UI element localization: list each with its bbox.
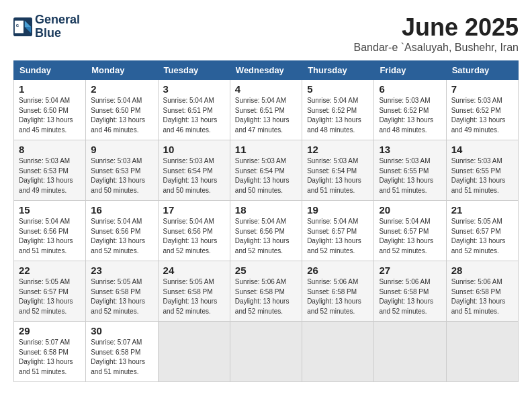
logo: G General Blue xyxy=(13,13,80,40)
calendar-cell: 14Sunrise: 5:03 AMSunset: 6:55 PMDayligh… xyxy=(446,140,518,201)
day-number: 3 xyxy=(163,83,225,95)
day-number: 26 xyxy=(307,265,369,276)
logo-icon: G xyxy=(13,17,32,36)
calendar-cell: 15Sunrise: 5:04 AMSunset: 6:56 PMDayligh… xyxy=(14,201,86,261)
svg-text:G: G xyxy=(16,24,19,28)
day-number: 4 xyxy=(235,83,297,95)
day-info: Sunrise: 5:04 AMSunset: 6:52 PMDaylight:… xyxy=(307,96,369,135)
day-info: Sunrise: 5:03 AMSunset: 6:54 PMDaylight:… xyxy=(307,156,369,195)
day-number: 27 xyxy=(379,265,441,276)
calendar-week-5: 29Sunrise: 5:07 AMSunset: 6:58 PMDayligh… xyxy=(14,322,519,382)
calendar-table: SundayMondayTuesdayWednesdayThursdayFrid… xyxy=(13,60,519,382)
day-number: 30 xyxy=(91,325,152,336)
calendar-cell: 23Sunrise: 5:05 AMSunset: 6:58 PMDayligh… xyxy=(86,261,158,322)
calendar-cell: 29Sunrise: 5:07 AMSunset: 6:58 PMDayligh… xyxy=(14,322,86,382)
calendar-cell: 21Sunrise: 5:05 AMSunset: 6:57 PMDayligh… xyxy=(446,201,518,261)
day-info: Sunrise: 5:03 AMSunset: 6:55 PMDaylight:… xyxy=(451,156,513,195)
calendar-cell: 24Sunrise: 5:05 AMSunset: 6:58 PMDayligh… xyxy=(158,261,230,322)
day-number: 10 xyxy=(163,144,225,155)
day-info: Sunrise: 5:04 AMSunset: 6:57 PMDaylight:… xyxy=(379,217,441,256)
calendar-cell: 11Sunrise: 5:03 AMSunset: 6:54 PMDayligh… xyxy=(230,140,302,201)
logo-text: General Blue xyxy=(35,13,80,40)
day-number: 1 xyxy=(19,83,81,95)
day-info: Sunrise: 5:03 AMSunset: 6:52 PMDaylight:… xyxy=(451,96,513,135)
day-info: Sunrise: 5:06 AMSunset: 6:58 PMDaylight:… xyxy=(307,277,369,316)
day-info: Sunrise: 5:06 AMSunset: 6:58 PMDaylight:… xyxy=(379,277,441,316)
calendar-cell: 7Sunrise: 5:03 AMSunset: 6:52 PMDaylight… xyxy=(446,80,518,140)
day-info: Sunrise: 5:04 AMSunset: 6:51 PMDaylight:… xyxy=(163,96,225,135)
header-friday: Friday xyxy=(374,61,446,80)
title-section: June 2025 Bandar-e `Asaluyah, Bushehr, I… xyxy=(354,13,519,54)
calendar-cell: 13Sunrise: 5:03 AMSunset: 6:55 PMDayligh… xyxy=(374,140,446,201)
day-number: 14 xyxy=(451,144,513,155)
calendar-cell: 5Sunrise: 5:04 AMSunset: 6:52 PMDaylight… xyxy=(302,80,374,140)
calendar-week-1: 1Sunrise: 5:04 AMSunset: 6:50 PMDaylight… xyxy=(14,80,519,140)
calendar-cell: 3Sunrise: 5:04 AMSunset: 6:51 PMDaylight… xyxy=(158,80,230,140)
header-saturday: Saturday xyxy=(446,61,518,80)
day-info: Sunrise: 5:04 AMSunset: 6:57 PMDaylight:… xyxy=(307,217,369,256)
day-info: Sunrise: 5:05 AMSunset: 6:57 PMDaylight:… xyxy=(19,277,81,316)
day-number: 17 xyxy=(163,204,225,216)
calendar-cell: 16Sunrise: 5:04 AMSunset: 6:56 PMDayligh… xyxy=(86,201,158,261)
header-thursday: Thursday xyxy=(302,61,374,80)
calendar-cell: 2Sunrise: 5:04 AMSunset: 6:50 PMDaylight… xyxy=(86,80,158,140)
day-info: Sunrise: 5:03 AMSunset: 6:55 PMDaylight:… xyxy=(379,156,441,195)
page-header: G General Blue June 2025 Bandar-e `Asalu… xyxy=(13,13,519,54)
calendar-cell: 1Sunrise: 5:04 AMSunset: 6:50 PMDaylight… xyxy=(14,80,86,140)
calendar-cell: 22Sunrise: 5:05 AMSunset: 6:57 PMDayligh… xyxy=(14,261,86,322)
day-number: 13 xyxy=(379,144,441,155)
day-info: Sunrise: 5:04 AMSunset: 6:56 PMDaylight:… xyxy=(91,217,152,256)
day-number: 6 xyxy=(379,83,441,95)
day-info: Sunrise: 5:05 AMSunset: 6:57 PMDaylight:… xyxy=(451,217,513,256)
header-wednesday: Wednesday xyxy=(230,61,302,80)
day-info: Sunrise: 5:06 AMSunset: 6:58 PMDaylight:… xyxy=(451,277,513,316)
day-number: 19 xyxy=(307,204,369,216)
calendar-cell xyxy=(446,322,518,382)
day-number: 9 xyxy=(91,144,152,155)
calendar-header-row: SundayMondayTuesdayWednesdayThursdayFrid… xyxy=(14,61,519,80)
calendar-cell: 4Sunrise: 5:04 AMSunset: 6:51 PMDaylight… xyxy=(230,80,302,140)
day-number: 15 xyxy=(19,204,81,216)
calendar-cell xyxy=(158,322,230,382)
calendar-cell xyxy=(302,322,374,382)
day-number: 20 xyxy=(379,204,441,216)
location-subtitle: Bandar-e `Asaluyah, Bushehr, Iran xyxy=(354,42,519,54)
calendar-cell: 18Sunrise: 5:04 AMSunset: 6:56 PMDayligh… xyxy=(230,201,302,261)
day-info: Sunrise: 5:04 AMSunset: 6:56 PMDaylight:… xyxy=(163,217,225,256)
calendar-cell: 30Sunrise: 5:07 AMSunset: 6:58 PMDayligh… xyxy=(86,322,158,382)
day-number: 24 xyxy=(163,265,225,276)
day-info: Sunrise: 5:03 AMSunset: 6:53 PMDaylight:… xyxy=(91,156,152,195)
month-title: June 2025 xyxy=(354,13,519,42)
day-info: Sunrise: 5:03 AMSunset: 6:54 PMDaylight:… xyxy=(235,156,297,195)
day-info: Sunrise: 5:04 AMSunset: 6:56 PMDaylight:… xyxy=(19,217,81,256)
calendar-cell: 8Sunrise: 5:03 AMSunset: 6:53 PMDaylight… xyxy=(14,140,86,201)
day-number: 21 xyxy=(451,204,513,216)
calendar-cell: 6Sunrise: 5:03 AMSunset: 6:52 PMDaylight… xyxy=(374,80,446,140)
calendar-cell: 28Sunrise: 5:06 AMSunset: 6:58 PMDayligh… xyxy=(446,261,518,322)
calendar-cell: 25Sunrise: 5:06 AMSunset: 6:58 PMDayligh… xyxy=(230,261,302,322)
day-number: 5 xyxy=(307,83,369,95)
day-info: Sunrise: 5:04 AMSunset: 6:50 PMDaylight:… xyxy=(91,96,152,135)
calendar-cell xyxy=(230,322,302,382)
day-info: Sunrise: 5:06 AMSunset: 6:58 PMDaylight:… xyxy=(235,277,297,316)
calendar-cell: 12Sunrise: 5:03 AMSunset: 6:54 PMDayligh… xyxy=(302,140,374,201)
calendar-week-2: 8Sunrise: 5:03 AMSunset: 6:53 PMDaylight… xyxy=(14,140,519,201)
header-sunday: Sunday xyxy=(14,61,86,80)
calendar-week-3: 15Sunrise: 5:04 AMSunset: 6:56 PMDayligh… xyxy=(14,201,519,261)
calendar-cell: 26Sunrise: 5:06 AMSunset: 6:58 PMDayligh… xyxy=(302,261,374,322)
header-monday: Monday xyxy=(86,61,158,80)
day-number: 23 xyxy=(91,265,152,276)
day-number: 18 xyxy=(235,204,297,216)
calendar-cell xyxy=(374,322,446,382)
day-number: 12 xyxy=(307,144,369,155)
calendar-week-4: 22Sunrise: 5:05 AMSunset: 6:57 PMDayligh… xyxy=(14,261,519,322)
day-number: 16 xyxy=(91,204,152,216)
day-info: Sunrise: 5:04 AMSunset: 6:51 PMDaylight:… xyxy=(235,96,297,135)
day-number: 29 xyxy=(19,325,81,336)
day-info: Sunrise: 5:07 AMSunset: 6:58 PMDaylight:… xyxy=(19,338,81,377)
day-number: 22 xyxy=(19,265,81,276)
day-info: Sunrise: 5:04 AMSunset: 6:56 PMDaylight:… xyxy=(235,217,297,256)
day-info: Sunrise: 5:03 AMSunset: 6:53 PMDaylight:… xyxy=(19,156,81,195)
day-info: Sunrise: 5:05 AMSunset: 6:58 PMDaylight:… xyxy=(91,277,152,316)
calendar-cell: 20Sunrise: 5:04 AMSunset: 6:57 PMDayligh… xyxy=(374,201,446,261)
